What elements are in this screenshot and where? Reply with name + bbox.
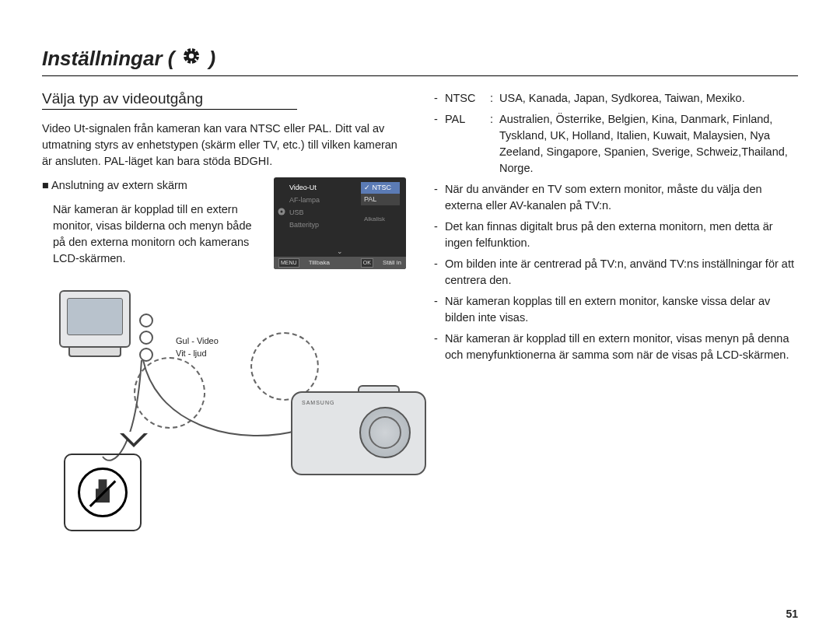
list-item: -När kameran kopplas till en extern moni… (434, 293, 798, 326)
list-item: -När kameran är kopplad till en extern m… (434, 331, 798, 363)
format-list: - NTSC : USA, Kanada, Japan, Sydkorea, T… (434, 90, 798, 177)
right-column: - NTSC : USA, Kanada, Japan, Sydkorea, T… (434, 90, 798, 539)
menu-item: Batterityp (289, 219, 320, 230)
menu-arrows: ⌄ (274, 247, 406, 257)
page-number: 51 (786, 608, 798, 620)
menu-item: Video-Ut (289, 182, 320, 193)
svg-rect-2 (191, 48, 192, 51)
svg-rect-5 (197, 55, 200, 57)
menu-item: USB (289, 207, 320, 218)
camera-lcd-menu: Video-Ut AF-lampa USB Batterityp ✓ NTSC … (274, 177, 406, 269)
external-heading: ■ Anslutning av extern skärm (42, 177, 264, 194)
title-rule (42, 75, 798, 76)
menu-option: PAL (361, 194, 400, 205)
format-countries: USA, Kanada, Japan, Sydkorea, Taiwan, Me… (499, 90, 798, 107)
menu-key-ok: OK (361, 258, 373, 268)
connection-diagram: Gul - Video Vit - ljud SAMSUNG (42, 290, 415, 539)
list-item: - NTSC : USA, Kanada, Japan, Sydkorea, T… (434, 90, 798, 107)
menu-footer-set: Ställ in (383, 258, 401, 268)
list-item: -Det kan finnas digitalt brus på den ext… (434, 219, 798, 251)
notes-list: -När du använder en TV som extern monito… (434, 181, 798, 363)
menu-option-list: ✓ NTSC PAL Alkalisk (361, 182, 400, 224)
format-label-pal: PAL (445, 111, 490, 177)
gear-icon-small (277, 207, 286, 219)
page-title: Inställningar ( ) (42, 47, 798, 71)
menu-item-list: Video-Ut AF-lampa USB Batterityp (289, 182, 320, 232)
intro-paragraph: Video Ut-signalen från kameran kan vara … (42, 121, 406, 170)
camera-icon: SAMSUNG (291, 391, 423, 475)
title-prefix: Inställningar ( (42, 47, 174, 71)
do-not-unplug-icon (64, 454, 142, 531)
menu-item: AF-lampa (289, 194, 320, 205)
manual-page: Inställningar ( ) Välja typ av videoutgå… (0, 0, 840, 634)
list-item: - PAL : Australien, Österrike, Belgien, … (434, 111, 798, 177)
svg-rect-4 (184, 55, 187, 57)
menu-footer: MENU Tillbaka OK Ställ in (274, 257, 406, 269)
title-suffix: ) (208, 47, 215, 71)
menu-option-dim: Alkalisk (361, 215, 400, 224)
gear-icon (182, 47, 201, 71)
external-body: När kameran är kopplad till en extern mo… (42, 201, 264, 267)
menu-key-back: MENU (278, 258, 299, 268)
svg-rect-3 (191, 61, 192, 65)
list-item: -Om bilden inte är centrerad på TV:n, an… (434, 256, 798, 289)
format-label-ntsc: NTSC (445, 90, 490, 107)
svg-point-1 (189, 54, 194, 58)
format-countries: Australien, Österrike, Belgien, Kina, Da… (499, 111, 798, 177)
left-column: Välja typ av videoutgång Video Ut-signal… (42, 90, 406, 539)
svg-point-11 (281, 211, 283, 213)
list-item: -När du använder en TV som extern monito… (434, 181, 798, 214)
subheading: Välja typ av videoutgång (42, 90, 297, 110)
menu-footer-back: Tillbaka (309, 258, 330, 268)
menu-option-selected: ✓ NTSC (361, 182, 400, 194)
camera-brand: SAMSUNG (302, 399, 334, 407)
